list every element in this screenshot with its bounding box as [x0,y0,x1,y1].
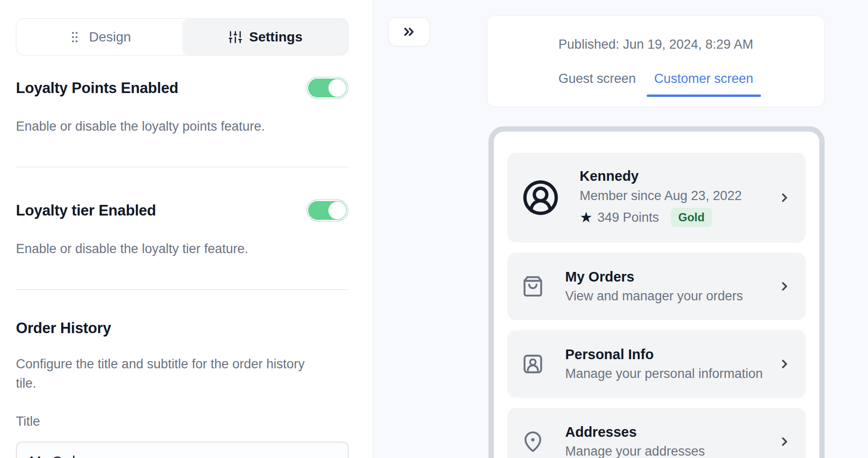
loyalty-tier-section: Loyalty tier Enabled Enable or disable t… [16,199,349,258]
chevron-right-icon [778,435,791,448]
screen-tab-bar: Guest screen Customer screen [488,71,824,86]
customer-name: Kennedy [580,168,742,184]
menu-item-title: My Orders [565,269,743,285]
menu-item-title: Personal Info [565,347,763,363]
sliders-icon [228,30,243,44]
menu-item-my-orders[interactable]: My Orders View and manager your orders [507,253,806,320]
tier-badge: Gold [671,208,713,227]
order-history-title: Order History [16,320,349,337]
app-root: Design Settings Loyalty Points Enabled [0,0,868,458]
menu-item-title: Addresses [565,424,705,440]
title-field-label: Title [16,414,349,429]
order-history-description: Configure the title and subtitle for the… [16,354,325,393]
tab-customer-screen[interactable]: Customer screen [653,71,755,86]
points-value: 349 Points [597,210,659,225]
chevron-right-icon [778,357,791,371]
menu-item-text: Addresses Manage your addresses [565,424,705,458]
loyalty-tier-description: Enable or disable the loyalty tier featu… [16,239,325,258]
member-since: Member since Aug 23, 2022 [580,189,742,203]
loyalty-tier-toggle[interactable] [306,199,349,222]
grip-vertical-icon [68,30,82,44]
chevrons-right-icon [401,24,417,40]
editor-tab-bar: Design Settings [16,18,349,55]
map-pin-icon [522,431,544,453]
tab-design-label: Design [89,29,131,45]
tab-settings-label: Settings [249,29,302,45]
preview-panel: Published: Jun 19, 2024, 8:29 AM Guest s… [373,0,868,458]
divider [16,167,349,167]
loyalty-points-toggle[interactable] [306,77,349,99]
settings-editor-panel: Design Settings Loyalty Points Enabled [0,0,373,458]
collapse-panel-button[interactable] [388,17,430,46]
toggle-knob [328,79,346,97]
menu-item-text: Personal Info Manage your personal infor… [565,347,763,381]
menu-item-addresses[interactable]: Addresses Manage your addresses [507,408,806,458]
profile-card[interactable]: Kennedy Member since Aug 23, 2022 ★ 349 … [507,153,806,242]
tab-settings[interactable]: Settings [182,19,348,55]
chevron-right-icon [778,280,791,293]
loyalty-points-title: Loyalty Points Enabled [16,80,178,97]
chevron-right-icon [778,191,791,204]
title-input[interactable] [16,442,349,458]
loyalty-points-section: Loyalty Points Enabled Enable or disable… [16,77,349,136]
shopping-bag-icon [522,275,544,297]
tab-design[interactable]: Design [16,19,182,55]
toggle-knob [328,202,346,219]
phone-preview-frame: Kennedy Member since Aug 23, 2022 ★ 349 … [488,126,825,458]
tab-guest-screen[interactable]: Guest screen [557,71,637,86]
order-history-section: Order History Configure the title and su… [16,320,349,458]
published-status: Published: Jun 19, 2024, 8:29 AM [488,37,824,52]
user-avatar-icon [522,179,559,216]
menu-item-subtitle: Manage your personal information [565,366,763,381]
menu-item-subtitle: View and manager your orders [565,289,743,304]
divider [16,289,349,290]
loyalty-points-description: Enable or disable the loyalty points fea… [16,117,325,136]
loyalty-tier-title: Loyalty tier Enabled [16,202,156,219]
menu-item-text: My Orders View and manager your orders [565,269,743,304]
star-icon: ★ [580,210,593,225]
menu-item-subtitle: Manage your addresses [565,444,705,458]
preview-header-card: Published: Jun 19, 2024, 8:29 AM Guest s… [487,15,825,107]
points-row: ★ 349 Points Gold [580,208,742,227]
menu-item-personal-info[interactable]: Personal Info Manage your personal infor… [507,330,806,398]
profile-text: Kennedy Member since Aug 23, 2022 ★ 349 … [580,168,742,227]
id-card-icon [522,353,544,375]
